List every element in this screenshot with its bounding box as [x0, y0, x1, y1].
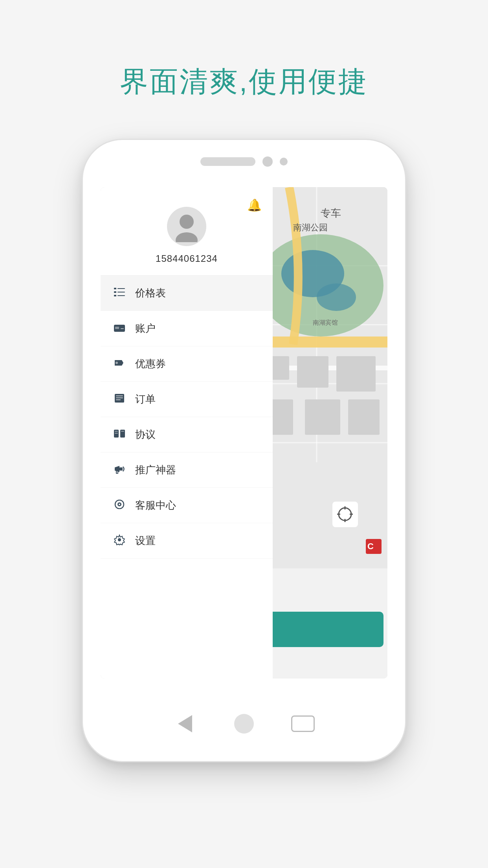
svg-rect-62	[115, 433, 118, 434]
phone-mockup: 南湖公园 南湖大路 南湖宾馆 大学(南 元 C 专车	[83, 140, 405, 761]
account-icon	[112, 323, 127, 334]
avatar	[167, 207, 206, 246]
svg-rect-57	[116, 397, 123, 398]
agreement-icon	[112, 429, 127, 441]
phone-top-bar	[200, 156, 288, 167]
page-title: 界面清爽,使用便捷	[120, 63, 368, 101]
phone-screen: 南湖公园 南湖大路 南湖宾馆 大学(南 元 C 专车	[101, 187, 387, 679]
price-list-icon	[112, 288, 127, 299]
sidebar: 🔔 15844061234	[101, 187, 273, 679]
menu-item-account[interactable]: 账户	[101, 311, 273, 346]
svg-rect-47	[114, 295, 116, 296]
svg-rect-50	[117, 295, 125, 296]
svg-rect-48	[117, 288, 125, 289]
menu-item-promotion[interactable]: 推广神器	[101, 452, 273, 488]
svg-rect-63	[121, 431, 124, 432]
promotion-label: 推广神器	[135, 463, 176, 477]
svg-text:专车: 专车	[321, 207, 341, 219]
menu-item-price-list[interactable]: 价格表	[101, 276, 273, 311]
speaker-slot	[200, 157, 255, 166]
svg-rect-58	[116, 399, 121, 400]
svg-point-67	[119, 504, 120, 505]
svg-rect-23	[336, 356, 376, 392]
home-button[interactable]	[230, 710, 258, 737]
menu-item-agreement[interactable]: 协议	[101, 417, 273, 452]
svg-rect-56	[116, 395, 123, 396]
svg-rect-52	[115, 327, 119, 329]
phone-bottom-bar	[171, 710, 317, 737]
svg-rect-53	[121, 328, 124, 329]
svg-rect-49	[117, 292, 125, 292]
price-list-label: 价格表	[135, 286, 166, 300]
svg-point-10	[317, 283, 356, 311]
camera-dot2	[280, 158, 288, 166]
camera-dot	[262, 156, 273, 167]
svg-rect-61	[115, 431, 118, 432]
svg-rect-45	[114, 288, 116, 289]
menu-item-customer-service[interactable]: 客服中心	[101, 488, 273, 523]
svg-rect-25	[305, 399, 340, 435]
recents-button[interactable]	[289, 710, 317, 737]
coupon-label: 优惠券	[135, 357, 166, 371]
orders-icon	[112, 394, 127, 405]
user-phone-number: 15844061234	[156, 253, 218, 264]
svg-point-68	[118, 538, 121, 541]
settings-label: 设置	[135, 534, 156, 548]
svg-text:C: C	[367, 541, 374, 551]
svg-rect-26	[348, 399, 380, 435]
settings-icon	[112, 534, 127, 548]
svg-point-44	[176, 232, 198, 242]
menu-item-coupon[interactable]: 优惠券	[101, 346, 273, 382]
menu-list: 价格表 账户	[101, 276, 273, 679]
svg-point-54	[116, 362, 118, 364]
svg-text:南湖宾馆: 南湖宾馆	[313, 319, 338, 326]
agreement-label: 协议	[135, 428, 156, 441]
menu-item-settings[interactable]: 设置	[101, 523, 273, 559]
bell-icon[interactable]: 🔔	[247, 198, 262, 212]
customer-service-label: 客服中心	[135, 498, 176, 512]
menu-item-orders[interactable]: 订单	[101, 382, 273, 417]
coupon-icon	[112, 359, 127, 370]
orders-label: 订单	[135, 392, 156, 406]
svg-rect-34	[332, 502, 358, 527]
back-button[interactable]	[171, 710, 199, 737]
account-label: 账户	[135, 322, 156, 335]
promotion-icon	[112, 464, 127, 476]
customer-service-icon	[112, 500, 127, 511]
svg-rect-46	[114, 291, 116, 293]
svg-rect-64	[119, 467, 123, 471]
svg-point-43	[180, 215, 194, 229]
svg-text:南湖公园: 南湖公园	[293, 223, 328, 232]
svg-rect-22	[297, 356, 328, 388]
